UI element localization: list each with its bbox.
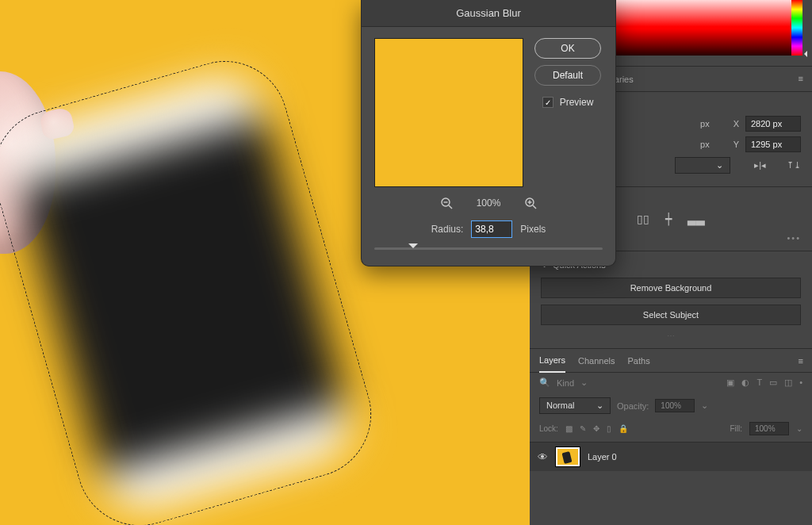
remove-background-button[interactable]: Remove Background — [541, 278, 801, 298]
layer-row-0[interactable]: 👁 Layer 0 — [530, 442, 812, 471]
ok-button[interactable]: OK — [534, 38, 601, 59]
opacity-label: Opacity: — [617, 401, 649, 411]
blend-mode-dropdown[interactable]: Normal⌄ — [539, 397, 611, 414]
svg-line-1 — [449, 205, 452, 209]
dialog-title: Gaussian Blur — [362, 0, 615, 27]
radius-label: Radius: — [431, 224, 464, 235]
fill-arrow[interactable]: ⌄ — [796, 424, 802, 433]
zoom-value: 100% — [477, 197, 501, 209]
kind-label: Kind — [557, 378, 574, 388]
hue-strip[interactable] — [791, 0, 802, 56]
label-x: X — [733, 119, 739, 128]
lock-brush-icon[interactable]: ✎ — [580, 424, 586, 433]
layers-panel: Layers Channels Paths ≡ 🔍 Kind ⌄ ▣ ◐ T ▭… — [530, 349, 812, 471]
filter-dot-icon[interactable]: • — [799, 377, 802, 388]
align-icon-3[interactable]: ▃▃ — [688, 213, 705, 225]
fill-label: Fill: — [730, 424, 742, 433]
tab-channels[interactable]: Channels — [578, 356, 615, 366]
input-y[interactable] — [745, 136, 801, 152]
gaussian-blur-dialog: Gaussian Blur OK Default ✓ Preview 100% … — [361, 0, 616, 266]
preview-label: Preview — [560, 97, 594, 108]
flip-h-icon[interactable]: ▸|◂ — [754, 160, 766, 171]
filter-type-icon[interactable]: T — [756, 377, 762, 388]
view-more[interactable]: ⋯ — [541, 331, 801, 340]
tab-paths[interactable]: Paths — [628, 356, 650, 366]
select-subject-button[interactable]: Select Subject — [541, 305, 801, 325]
align-icon-1[interactable]: ▯▯ — [637, 213, 649, 225]
visibility-icon[interactable]: 👁 — [538, 451, 548, 463]
lock-nest-icon[interactable]: ▯ — [607, 424, 611, 433]
lock-label: Lock: — [539, 424, 558, 433]
fill-field[interactable] — [749, 422, 789, 435]
color-spectrum[interactable] — [584, 0, 802, 56]
lock-move-icon[interactable]: ✥ — [593, 424, 599, 433]
unit-px-2: px — [700, 140, 710, 149]
zoom-in-icon[interactable] — [524, 197, 537, 209]
input-x[interactable] — [745, 116, 801, 132]
radius-input[interactable] — [471, 220, 512, 238]
align-icon-2[interactable]: ┿ — [665, 213, 672, 225]
filter-image-icon[interactable]: ▣ — [726, 377, 734, 388]
lock-trans-icon[interactable]: ▩ — [565, 424, 573, 433]
filter-adjust-icon[interactable]: ◐ — [741, 377, 749, 388]
label-y: Y — [733, 140, 739, 149]
opacity-arrow[interactable]: ⌄ — [701, 400, 708, 411]
layer-name[interactable]: Layer 0 — [588, 452, 617, 462]
units-dropdown[interactable]: ⌄ — [675, 157, 730, 174]
radius-slider[interactable] — [374, 247, 603, 250]
search-icon[interactable]: 🔍 — [539, 377, 550, 388]
layer-thumbnail[interactable] — [556, 447, 580, 466]
lock-all-icon[interactable]: 🔒 — [619, 424, 628, 433]
preview-checkbox[interactable]: ✓ Preview — [542, 97, 594, 108]
selection-marquee — [0, 46, 386, 525]
radius-unit: Pixels — [520, 224, 546, 235]
preview-thumbnail[interactable] — [374, 38, 523, 187]
filter-shape-icon[interactable]: ▭ — [769, 377, 777, 388]
panel-menu-icon[interactable]: ≡ — [799, 74, 804, 83]
kind-dropdown[interactable]: ⌄ — [580, 377, 588, 388]
unit-px: px — [700, 119, 710, 128]
zoom-out-icon[interactable] — [440, 197, 453, 209]
svg-line-4 — [533, 205, 536, 209]
checkbox-icon[interactable]: ✓ — [542, 97, 553, 108]
flip-v-icon[interactable]: ⤒⤓ — [787, 160, 801, 171]
layers-menu-icon[interactable]: ≡ — [799, 356, 804, 366]
filter-smart-icon[interactable]: ◫ — [784, 377, 792, 388]
default-button[interactable]: Default — [534, 65, 601, 86]
tab-layers[interactable]: Layers — [539, 355, 565, 373]
opacity-field[interactable] — [655, 399, 695, 412]
